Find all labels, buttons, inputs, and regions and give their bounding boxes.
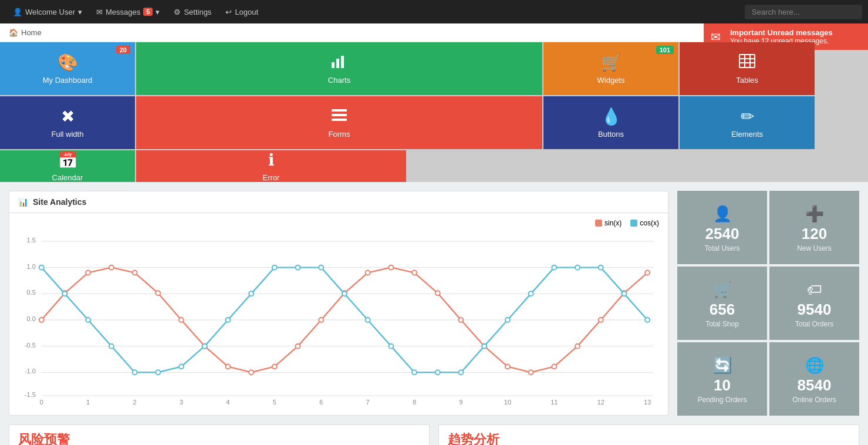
svg-point-54: [389, 265, 393, 270]
buttons-label: Buttons: [598, 130, 624, 139]
content-area: 📊 Site Analytics sin(x) cos(x): [0, 182, 868, 424]
sin-label: sin(x): [604, 219, 622, 227]
pending-orders-label: Pending Orders: [697, 396, 747, 404]
tile-widgets[interactable]: 101 🛒 Widgets: [543, 42, 678, 95]
new-users-number: 120: [802, 225, 827, 242]
dashboard-badge: 20: [116, 46, 130, 54]
svg-point-62: [575, 344, 580, 349]
notification-envelope-icon: ✉: [711, 30, 721, 44]
stat-pending-orders[interactable]: 🔄 10 Pending Orders: [677, 342, 767, 416]
total-orders-label: Total Orders: [795, 320, 833, 328]
svg-point-92: [645, 318, 650, 322]
svg-point-45: [179, 318, 184, 322]
user-chevron: ▾: [78, 8, 82, 16]
notification-title: Important Unread messages: [730, 28, 859, 37]
svg-text:-1.0: -1.0: [25, 368, 36, 375]
new-users-label: New Users: [797, 244, 832, 252]
tile-tables[interactable]: Tables: [680, 42, 815, 95]
tile-charts[interactable]: Charts: [136, 42, 542, 95]
svg-point-82: [412, 370, 417, 375]
svg-point-49: [272, 364, 277, 369]
svg-rect-9: [332, 114, 347, 116]
svg-rect-3: [739, 55, 755, 68]
settings-menu[interactable]: ⚙ Settings: [167, 0, 218, 23]
tables-label: Tables: [736, 76, 758, 85]
breadcrumb-home[interactable]: Home: [21, 28, 42, 37]
widgets-badge: 101: [656, 46, 674, 54]
tile-dashboard[interactable]: 20 🎨 My Dashboard: [0, 42, 135, 95]
logout-button[interactable]: ↩ Logout: [218, 0, 265, 23]
svg-point-51: [319, 318, 323, 322]
total-users-label: Total Users: [704, 244, 739, 252]
total-orders-number: 9540: [798, 301, 832, 318]
stats-grid: 👤 2540 Total Users ➕ 120 New Users 🛒 656…: [677, 191, 859, 416]
svg-text:6: 6: [319, 399, 323, 406]
svg-point-47: [225, 364, 230, 369]
error-label: Error: [263, 173, 280, 182]
pending-orders-number: 10: [714, 377, 731, 394]
tile-error[interactable]: ℹ Error: [136, 150, 406, 182]
svg-text:11: 11: [550, 399, 558, 406]
search-input[interactable]: [745, 5, 862, 19]
error-icon: ℹ: [268, 150, 275, 170]
tile-calendar[interactable]: 📅 Calendar: [0, 150, 135, 182]
messages-badge: 5: [143, 8, 153, 16]
svg-text:-0.5: -0.5: [25, 342, 36, 349]
svg-text:13: 13: [644, 399, 651, 406]
stat-total-shop[interactable]: 🛒 656 Total Shop: [677, 267, 767, 340]
svg-text:12: 12: [597, 399, 604, 406]
svg-text:8: 8: [413, 399, 416, 406]
svg-point-61: [552, 364, 556, 369]
charts-label: Charts: [328, 76, 350, 85]
stat-new-users[interactable]: ➕ 120 New Users: [769, 191, 859, 264]
svg-point-86: [505, 318, 510, 322]
analytics-title: Site Analytics: [33, 197, 86, 207]
logout-label: Logout: [235, 8, 258, 16]
pending-orders-icon: 🔄: [713, 356, 732, 375]
svg-point-69: [109, 344, 114, 349]
tile-fullwidth[interactable]: ✖ Full width: [0, 96, 135, 149]
svg-point-89: [575, 265, 580, 270]
svg-point-75: [249, 291, 254, 296]
svg-text:1: 1: [86, 399, 90, 406]
stat-total-users[interactable]: 👤 2540 Total Users: [677, 191, 767, 264]
analytics-icon: 📊: [18, 197, 28, 207]
tile-buttons[interactable]: 💧 Buttons: [543, 96, 678, 149]
total-orders-icon: 🏷: [807, 281, 822, 299]
legend-cos: cos(x): [630, 219, 659, 227]
svg-point-90: [599, 265, 603, 270]
svg-text:4: 4: [226, 399, 229, 406]
fullwidth-icon: ✖: [61, 107, 75, 126]
total-shop-label: Total Shop: [705, 320, 739, 328]
tile-elements[interactable]: ✏ Elements: [680, 96, 815, 149]
svg-text:3: 3: [180, 399, 183, 406]
svg-point-74: [225, 318, 230, 322]
svg-point-56: [435, 291, 440, 295]
user-menu[interactable]: 👤 Welcome User ▾: [6, 0, 89, 23]
svg-point-88: [552, 265, 556, 270]
svg-point-67: [62, 291, 67, 296]
tiles-grid: 20 🎨 My Dashboard Charts 101 🛒 Widgets: [0, 42, 868, 182]
svg-point-39: [39, 318, 44, 322]
forms-label: Forms: [329, 130, 350, 139]
svg-text:5: 5: [273, 399, 276, 406]
svg-point-71: [156, 370, 160, 375]
sine-cosine-chart: .axis-line { stroke: #ddd; stroke-width:…: [18, 230, 659, 406]
widgets-icon: 🛒: [601, 53, 622, 72]
stat-total-orders[interactable]: 🏷 9540 Total Orders: [769, 267, 859, 340]
new-users-icon: ➕: [805, 205, 824, 223]
messages-menu[interactable]: ✉ Messages 5 ▾: [89, 0, 167, 23]
stat-online-orders[interactable]: 🌐 8540 Online Orders: [769, 342, 859, 416]
charts-icon: [330, 53, 348, 72]
svg-text:-1.5: -1.5: [25, 391, 36, 398]
svg-point-77: [296, 265, 300, 270]
svg-text:0: 0: [40, 399, 43, 406]
svg-point-66: [39, 265, 44, 270]
calendar-label: Calendar: [52, 173, 83, 182]
svg-point-44: [156, 291, 160, 295]
svg-point-80: [366, 318, 370, 322]
forms-icon: [331, 107, 347, 126]
tile-forms[interactable]: Forms: [136, 96, 542, 149]
svg-point-55: [412, 271, 417, 275]
svg-text:0.5: 0.5: [27, 289, 36, 296]
